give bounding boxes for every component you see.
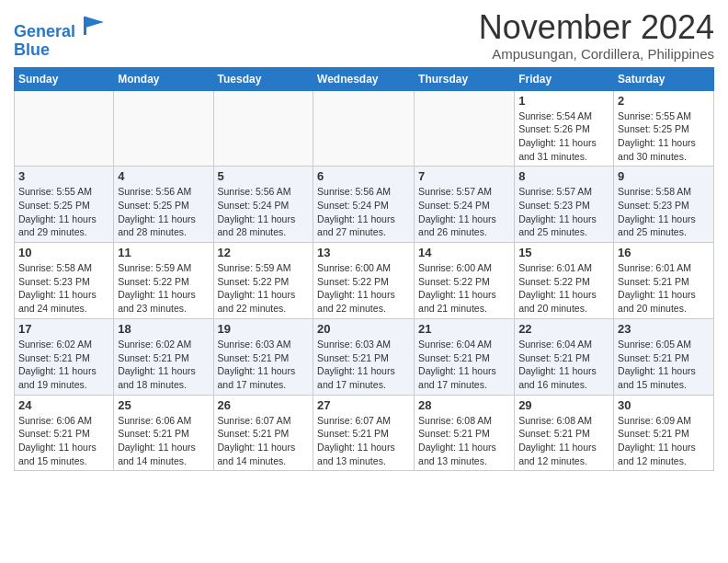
calendar-cell: 2Sunrise: 5:55 AMSunset: 5:25 PMDaylight… [614, 90, 714, 167]
day-info: Sunrise: 6:04 AMSunset: 5:21 PMDaylight:… [418, 338, 510, 392]
day-number: 27 [317, 398, 410, 412]
calendar-cell: 5Sunrise: 5:56 AMSunset: 5:24 PMDaylight… [213, 167, 313, 243]
day-number: 21 [418, 322, 510, 336]
day-info: Sunrise: 6:01 AMSunset: 5:21 PMDaylight:… [618, 261, 710, 316]
calendar-dow-thursday: Thursday [415, 67, 515, 90]
day-info: Sunrise: 5:59 AMSunset: 5:22 PMDaylight:… [218, 261, 310, 316]
svg-rect-1 [84, 17, 86, 35]
day-number: 25 [118, 398, 209, 412]
calendar-week-4: 17Sunrise: 6:02 AMSunset: 5:21 PMDayligh… [15, 318, 714, 395]
calendar-cell: 3Sunrise: 5:55 AMSunset: 5:25 PMDaylight… [15, 167, 114, 243]
day-number: 14 [418, 246, 510, 259]
day-number: 26 [218, 398, 310, 412]
day-number: 29 [518, 398, 609, 412]
calendar-cell: 24Sunrise: 6:06 AMSunset: 5:21 PMDayligh… [15, 395, 114, 471]
day-number: 30 [618, 398, 710, 412]
calendar-cell: 25Sunrise: 6:06 AMSunset: 5:21 PMDayligh… [114, 395, 213, 471]
calendar-cell: 15Sunrise: 6:01 AMSunset: 5:22 PMDayligh… [515, 243, 614, 319]
calendar-dow-saturday: Saturday [614, 67, 714, 90]
calendar-cell: 23Sunrise: 6:05 AMSunset: 5:21 PMDayligh… [614, 318, 714, 395]
day-info: Sunrise: 5:58 AMSunset: 5:23 PMDaylight:… [618, 185, 710, 239]
calendar-week-5: 24Sunrise: 6:06 AMSunset: 5:21 PMDayligh… [15, 395, 714, 471]
calendar-cell: 4Sunrise: 5:56 AMSunset: 5:25 PMDaylight… [114, 167, 213, 243]
calendar-week-1: 1Sunrise: 5:54 AMSunset: 5:26 PMDaylight… [15, 90, 714, 167]
day-info: Sunrise: 5:56 AMSunset: 5:24 PMDaylight:… [218, 185, 310, 239]
day-info: Sunrise: 6:03 AMSunset: 5:21 PMDaylight:… [317, 338, 410, 392]
calendar-cell: 9Sunrise: 5:58 AMSunset: 5:23 PMDaylight… [614, 167, 714, 243]
day-info: Sunrise: 5:55 AMSunset: 5:25 PMDaylight:… [18, 185, 109, 239]
day-info: Sunrise: 6:09 AMSunset: 5:21 PMDaylight:… [618, 414, 710, 468]
header: General Blue November 2024 Ampusungan, C… [14, 9, 714, 62]
day-info: Sunrise: 5:57 AMSunset: 5:24 PMDaylight:… [418, 185, 510, 239]
day-number: 13 [317, 246, 410, 259]
calendar-cell: 14Sunrise: 6:00 AMSunset: 5:22 PMDayligh… [415, 243, 515, 319]
day-number: 2 [618, 94, 710, 108]
calendar-cell: 21Sunrise: 6:04 AMSunset: 5:21 PMDayligh… [415, 318, 515, 395]
calendar-dow-tuesday: Tuesday [213, 67, 313, 90]
day-number: 24 [18, 398, 109, 412]
logo-flag-icon [82, 15, 108, 35]
day-info: Sunrise: 6:06 AMSunset: 5:21 PMDaylight:… [118, 414, 209, 468]
location-subtitle: Ampusungan, Cordillera, Philippines [479, 46, 714, 62]
day-info: Sunrise: 6:04 AMSunset: 5:21 PMDaylight:… [518, 338, 609, 392]
calendar-week-3: 10Sunrise: 5:58 AMSunset: 5:23 PMDayligh… [15, 243, 714, 319]
calendar-cell [114, 90, 213, 167]
calendar-cell: 7Sunrise: 5:57 AMSunset: 5:24 PMDaylight… [415, 167, 515, 243]
calendar-cell [313, 90, 415, 167]
day-number: 22 [518, 322, 609, 336]
title-block: November 2024 Ampusungan, Cordillera, Ph… [479, 9, 714, 62]
calendar-dow-monday: Monday [114, 67, 213, 90]
day-info: Sunrise: 5:54 AMSunset: 5:26 PMDaylight:… [518, 109, 609, 164]
day-number: 20 [317, 322, 410, 336]
calendar-cell: 12Sunrise: 5:59 AMSunset: 5:22 PMDayligh… [213, 243, 313, 319]
calendar-dow-wednesday: Wednesday [313, 67, 415, 90]
calendar-cell: 22Sunrise: 6:04 AMSunset: 5:21 PMDayligh… [515, 318, 614, 395]
day-info: Sunrise: 5:58 AMSunset: 5:23 PMDaylight:… [18, 261, 109, 316]
day-number: 16 [618, 246, 710, 259]
day-number: 18 [118, 322, 209, 336]
day-info: Sunrise: 5:57 AMSunset: 5:23 PMDaylight:… [518, 185, 609, 239]
calendar-cell: 10Sunrise: 5:58 AMSunset: 5:23 PMDayligh… [15, 243, 114, 319]
day-info: Sunrise: 5:55 AMSunset: 5:25 PMDaylight:… [618, 109, 710, 164]
svg-marker-0 [85, 17, 104, 28]
calendar-cell: 17Sunrise: 6:02 AMSunset: 5:21 PMDayligh… [15, 318, 114, 395]
logo: General Blue [14, 17, 108, 60]
logo-blue: Blue [14, 40, 50, 59]
day-info: Sunrise: 6:03 AMSunset: 5:21 PMDaylight:… [218, 338, 310, 392]
calendar-cell: 16Sunrise: 6:01 AMSunset: 5:21 PMDayligh… [614, 243, 714, 319]
day-number: 17 [18, 322, 109, 336]
day-number: 6 [317, 169, 410, 183]
day-number: 11 [118, 246, 209, 259]
day-info: Sunrise: 5:56 AMSunset: 5:24 PMDaylight:… [317, 185, 410, 239]
calendar-dow-friday: Friday [515, 67, 614, 90]
logo-text-block: General Blue [14, 17, 108, 60]
day-number: 1 [518, 94, 609, 108]
day-number: 12 [218, 246, 310, 259]
calendar-cell: 29Sunrise: 6:08 AMSunset: 5:21 PMDayligh… [515, 395, 614, 471]
calendar-cell: 28Sunrise: 6:08 AMSunset: 5:21 PMDayligh… [415, 395, 515, 471]
day-number: 15 [518, 246, 609, 259]
calendar-header-row: SundayMondayTuesdayWednesdayThursdayFrid… [15, 67, 714, 90]
day-number: 3 [18, 169, 109, 183]
calendar-cell [15, 90, 114, 167]
calendar-cell: 26Sunrise: 6:07 AMSunset: 5:21 PMDayligh… [213, 395, 313, 471]
day-number: 5 [218, 169, 310, 183]
day-info: Sunrise: 6:08 AMSunset: 5:21 PMDaylight:… [418, 414, 510, 468]
calendar-cell: 27Sunrise: 6:07 AMSunset: 5:21 PMDayligh… [313, 395, 415, 471]
calendar-cell [213, 90, 313, 167]
calendar-cell: 20Sunrise: 6:03 AMSunset: 5:21 PMDayligh… [313, 318, 415, 395]
day-number: 4 [118, 169, 209, 183]
calendar-cell: 18Sunrise: 6:02 AMSunset: 5:21 PMDayligh… [114, 318, 213, 395]
day-number: 7 [418, 169, 510, 183]
calendar-cell: 8Sunrise: 5:57 AMSunset: 5:23 PMDaylight… [515, 167, 614, 243]
day-info: Sunrise: 6:00 AMSunset: 5:22 PMDaylight:… [317, 261, 410, 316]
day-number: 8 [518, 169, 609, 183]
day-info: Sunrise: 6:00 AMSunset: 5:22 PMDaylight:… [418, 261, 510, 316]
day-info: Sunrise: 5:59 AMSunset: 5:22 PMDaylight:… [118, 261, 209, 316]
calendar-cell: 19Sunrise: 6:03 AMSunset: 5:21 PMDayligh… [213, 318, 313, 395]
page: General Blue November 2024 Ampusungan, C… [0, 0, 728, 485]
day-number: 23 [618, 322, 710, 336]
day-info: Sunrise: 5:56 AMSunset: 5:25 PMDaylight:… [118, 185, 209, 239]
day-info: Sunrise: 6:01 AMSunset: 5:22 PMDaylight:… [518, 261, 609, 316]
day-info: Sunrise: 6:07 AMSunset: 5:21 PMDaylight:… [218, 414, 310, 468]
